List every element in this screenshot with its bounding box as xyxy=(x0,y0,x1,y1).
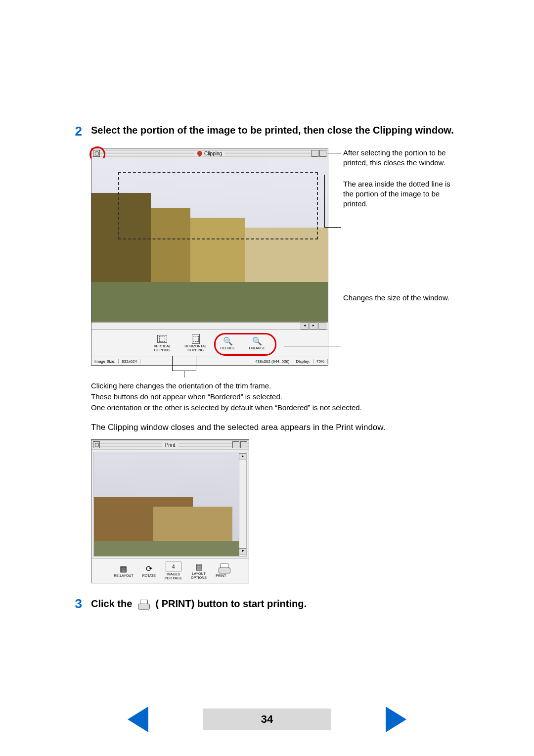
clipping-window: ▢ Clipping xyxy=(91,148,328,366)
status-imgsize-label: Image Size: xyxy=(91,359,119,364)
page-footer: 34 xyxy=(0,707,534,732)
printer-icon-inline xyxy=(138,600,150,610)
orientation-note-l3: One orientation or the other is selected… xyxy=(91,402,470,413)
vertical-clipping-button[interactable]: VERTICAL CLIPPING xyxy=(154,334,171,352)
clipping-titlebar: ▢ Clipping xyxy=(91,148,328,158)
step-2-title: Select the portion of the image to be pr… xyxy=(91,124,454,137)
step-3-title: Click the ( PRINT) button to start print… xyxy=(91,597,307,611)
print-toolbar: ▦ RE-LAYOUT ⟳ ROTATE 4 IMAGES PER PAGE ▤… xyxy=(91,559,249,583)
stepper-value[interactable]: 4 xyxy=(166,562,181,571)
rotate-button[interactable]: ⟳ ROTATE xyxy=(142,564,156,578)
zoom-out-icon: 🔍 xyxy=(222,336,233,345)
callout-close: After selecting the portion to be printe… xyxy=(343,148,452,168)
leader-zoom xyxy=(284,346,341,346)
rotate-icon: ⟳ xyxy=(143,564,154,573)
callout-dotted: The area inside the dotted line is the p… xyxy=(343,179,452,209)
zoom-in-icon: 🔍 xyxy=(252,336,263,345)
close-button[interactable]: ▢ xyxy=(93,150,100,157)
step-3-text-after: PRINT) button to start printing. xyxy=(159,598,307,609)
print-min-button[interactable] xyxy=(232,441,239,448)
print-vscroll[interactable]: ▴ ▾ xyxy=(239,452,246,556)
step-3: 3 Click the ( PRINT) button to start pri… xyxy=(64,596,470,612)
scroll-corner xyxy=(318,323,326,330)
clipping-selection[interactable] xyxy=(118,172,318,239)
print-preview: ▴ ▾ xyxy=(93,452,247,557)
closing-text: The Clipping window closes and the selec… xyxy=(91,422,470,433)
orientation-note: Clicking here changes the orientation of… xyxy=(91,380,470,413)
step-3-text-before: Click the xyxy=(91,598,135,609)
step-2-body: ▢ Clipping xyxy=(91,148,470,583)
print-max-button[interactable] xyxy=(240,441,247,448)
printer-icon xyxy=(219,564,223,573)
step-3-number: 3 xyxy=(64,596,91,612)
prev-page-button[interactable] xyxy=(128,707,148,732)
enlarge-button[interactable]: 🔍 ENLARGE xyxy=(249,336,265,350)
print-button[interactable]: PRINT xyxy=(216,564,226,578)
layout-options-button[interactable]: ▤ LAYOUT OPTIONS xyxy=(191,562,207,579)
print-title-text: Print xyxy=(165,442,176,448)
images-per-page-stepper[interactable]: 4 IMAGES PER PAGE xyxy=(165,562,182,580)
relayout-button[interactable]: ▦ RE-LAYOUT xyxy=(114,564,134,578)
h-scrollbar[interactable]: ◂ ▸ xyxy=(91,322,328,330)
step-2: 2 Select the portion of the image to be … xyxy=(64,124,470,139)
leader-dotted xyxy=(324,227,341,228)
status-display-value: 75% xyxy=(313,359,328,364)
reduce-button[interactable]: 🔍 REDUCE xyxy=(221,336,235,350)
manual-page: 2 Select the portion of the image to be … xyxy=(0,0,534,756)
scroll-up-button[interactable]: ▴ xyxy=(239,453,247,460)
relayout-icon: ▦ xyxy=(118,564,129,573)
print-close-button[interactable]: ▢ xyxy=(93,441,100,448)
horizontal-clip-icon xyxy=(192,334,200,344)
print-titlebar: ▢ Print xyxy=(91,440,249,450)
scroll-left-button[interactable]: ◂ xyxy=(301,323,309,330)
scroll-right-button[interactable]: ▸ xyxy=(310,323,317,330)
next-page-button[interactable] xyxy=(386,707,406,732)
status-crop-value: 438x362 (644, 526) xyxy=(252,359,293,364)
vertical-clip-icon xyxy=(157,335,167,343)
clipping-image-area[interactable] xyxy=(91,158,328,322)
horizontal-clipping-button[interactable]: HORIZONTAL CLIPPING xyxy=(184,334,207,352)
clipping-title: Clipping xyxy=(194,151,225,156)
clipping-statusbar: Image Size: 832x624 438x362 (644, 526) D… xyxy=(91,357,328,365)
print-window: ▢ Print ▴ ▾ ▦ xyxy=(91,439,249,583)
clipping-title-text: Clipping xyxy=(204,151,222,156)
clipping-toolbar: VERTICAL CLIPPING HORIZONTAL CLIPPING 🔍 … xyxy=(91,330,328,357)
pin-icon xyxy=(196,150,203,157)
step-2-number: 2 xyxy=(64,124,91,139)
status-display-label: Display: xyxy=(293,359,313,364)
maximize-button[interactable] xyxy=(319,150,326,157)
callout-zoom: Changes the size of the window. xyxy=(343,293,452,303)
leader-orientation-v xyxy=(172,356,173,371)
page-number-bar: 34 xyxy=(203,709,331,730)
leader-close xyxy=(328,153,341,153)
scroll-down-button[interactable]: ▾ xyxy=(239,548,247,555)
orientation-note-l1: Clicking here changes the orientation of… xyxy=(91,380,470,391)
orientation-note-l2: These buttons do not appear when “Border… xyxy=(91,391,470,402)
print-title: Print xyxy=(162,442,178,448)
page-number: 34 xyxy=(261,713,273,726)
callouts: After selecting the portion to be printe… xyxy=(343,148,452,314)
status-imgsize-value: 832x624 xyxy=(119,359,140,364)
layout-icon: ▤ xyxy=(193,562,204,571)
minimize-button[interactable] xyxy=(312,150,318,157)
